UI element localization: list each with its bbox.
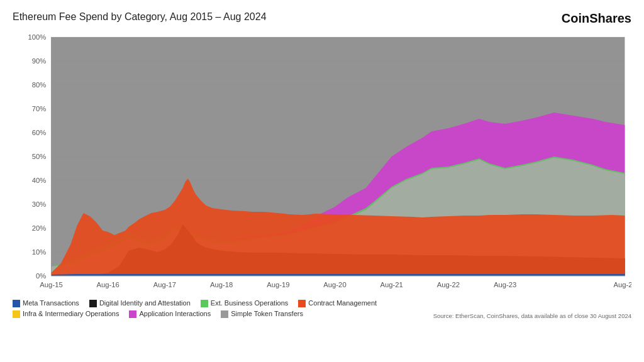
svg-text:90%: 90% (32, 57, 47, 65)
legend-color-contract (298, 300, 306, 307)
svg-text:60%: 60% (32, 129, 47, 136)
legend-color-meta (13, 300, 20, 307)
legend-label-meta: Meta Transactions (23, 299, 79, 308)
svg-text:Aug-24: Aug-24 (614, 281, 631, 288)
chart-title: Ethereum Fee Spend by Category, Aug 2015… (13, 11, 267, 23)
svg-text:70%: 70% (32, 105, 47, 112)
svg-text:Aug-15: Aug-15 (40, 281, 62, 288)
legend-label-app: Application Interactions (139, 309, 211, 319)
legend-item-digital: Digital Identity and Attestation (89, 299, 191, 308)
svg-text:Aug-22: Aug-22 (437, 281, 460, 288)
source-text: Source: EtherScan, CoinShares, data avai… (433, 312, 631, 319)
svg-text:Aug-23: Aug-23 (494, 281, 516, 288)
svg-text:Aug-16: Aug-16 (97, 281, 119, 288)
svg-text:30%: 30% (32, 200, 47, 208)
legend-label-simple: Simple Token Transfers (231, 309, 303, 319)
legend-source-row: Meta Transactions Digital Identity and A… (13, 299, 631, 319)
chart-header: Ethereum Fee Spend by Category, Aug 2015… (13, 11, 631, 26)
svg-text:0%: 0% (36, 272, 46, 280)
legend-item-contract: Contract Management (298, 299, 377, 308)
legend-label-digital: Digital Identity and Attestation (99, 299, 191, 308)
legend-label-ext: Ext. Business Operations (211, 299, 289, 308)
legend-color-digital (89, 300, 97, 307)
legend-item-meta: Meta Transactions (13, 299, 79, 308)
chart-legend: Meta Transactions Digital Identity and A… (13, 299, 433, 319)
svg-text:Aug-19: Aug-19 (267, 281, 289, 288)
legend-item-simple: Simple Token Transfers (221, 309, 303, 319)
svg-text:Aug-20: Aug-20 (323, 281, 346, 288)
svg-text:Aug-18: Aug-18 (210, 281, 233, 288)
svg-text:80%: 80% (32, 81, 47, 89)
chart-svg: 100% 90% 80% 70% 60% 50% 40% 30% 20% 10%… (13, 31, 631, 295)
svg-text:40%: 40% (32, 177, 47, 184)
chart-area: 100% 90% 80% 70% 60% 50% 40% 30% 20% 10%… (13, 31, 631, 295)
legend-color-app (129, 310, 136, 318)
svg-text:50%: 50% (32, 153, 47, 160)
legend-color-ext (201, 300, 208, 307)
legend-item-app: Application Interactions (129, 309, 211, 319)
svg-text:Aug-17: Aug-17 (153, 281, 176, 288)
legend-label-infra: Infra & Intermediary Operations (23, 309, 119, 319)
legend-label-contract: Contract Management (308, 299, 377, 308)
svg-text:10%: 10% (32, 248, 47, 256)
legend-color-simple (221, 310, 228, 318)
chart-container: Ethereum Fee Spend by Category, Aug 2015… (0, 0, 644, 362)
svg-text:20%: 20% (32, 224, 47, 232)
brand-logo: CoinShares (562, 11, 631, 26)
svg-text:100%: 100% (28, 33, 46, 41)
svg-text:Aug-21: Aug-21 (380, 281, 403, 288)
legend-item-infra: Infra & Intermediary Operations (13, 309, 119, 319)
legend-color-infra (13, 310, 20, 318)
legend-item-ext: Ext. Business Operations (201, 299, 289, 308)
